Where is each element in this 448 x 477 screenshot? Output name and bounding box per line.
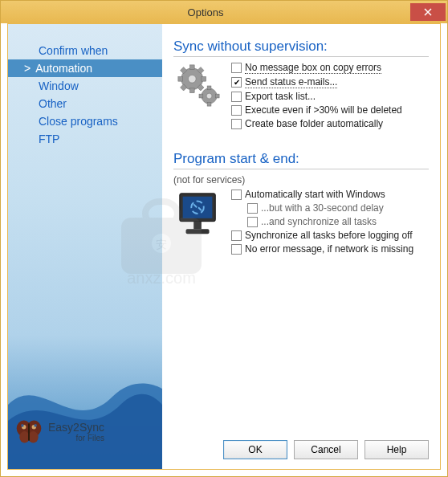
- sync-options: No message box on copy errors Send statu…: [231, 62, 429, 132]
- checkbox-sync-before-logoff[interactable]: Synchronize all tasks before logging off: [231, 230, 429, 241]
- section-title-sync: Sync without supervision:: [173, 39, 429, 57]
- sidebar-footer: Easy2Sync for Files: [14, 418, 104, 446]
- logo-main: Easy2Sync: [48, 421, 104, 434]
- sidebar: Confirm when Automation Window Other Clo…: [8, 24, 162, 469]
- button-row: OK Cancel Help: [223, 440, 429, 459]
- titlebar: Options: [1, 1, 447, 23]
- logo-sub: for Files: [48, 434, 104, 442]
- checkbox-30s-delay[interactable]: ...but with a 30-second delay: [247, 202, 429, 214]
- help-button[interactable]: Help: [365, 440, 429, 459]
- close-button[interactable]: [410, 3, 446, 21]
- svg-rect-8: [28, 423, 30, 441]
- svg-rect-23: [199, 94, 203, 98]
- svg-rect-13: [178, 76, 183, 81]
- svg-point-2: [19, 431, 30, 442]
- logo-text: Easy2Sync for Files: [48, 422, 104, 442]
- svg-point-3: [28, 431, 39, 442]
- content-frame: Confirm when Automation Window Other Clo…: [7, 23, 441, 470]
- ok-button[interactable]: OK: [223, 440, 287, 459]
- svg-rect-22: [207, 102, 211, 106]
- svg-rect-12: [189, 88, 194, 93]
- checkbox-autostart-windows[interactable]: Automatically start with Windows: [231, 189, 429, 200]
- gears-icon: [173, 62, 223, 112]
- section-subtitle-startend: (not for services): [173, 174, 429, 186]
- section-startend: Automatically start with Windows ...but …: [173, 189, 429, 257]
- monitor-icon: [173, 189, 223, 238]
- svg-point-10: [188, 75, 196, 83]
- sidebar-list: Confirm when Automation Window Other Clo…: [8, 24, 162, 148]
- butterfly-icon: [14, 418, 43, 446]
- svg-point-20: [206, 93, 212, 99]
- checkbox-execute-even-if[interactable]: Execute even if >30% will be deleted: [231, 104, 429, 116]
- section-sync: No message box on copy errors Send statu…: [173, 62, 429, 132]
- svg-rect-29: [186, 229, 210, 234]
- startend-options: Automatically start with Windows ...but …: [231, 189, 429, 257]
- main-content: Sync without supervision:: [162, 24, 440, 469]
- checkbox-no-error-network[interactable]: No error message, if network is missing: [231, 243, 429, 255]
- sidebar-item-ftp[interactable]: FTP: [8, 130, 162, 148]
- svg-rect-11: [189, 65, 194, 70]
- checkbox-no-message-box[interactable]: No message box on copy errors: [231, 62, 429, 74]
- svg-rect-26: [183, 197, 213, 218]
- svg-point-7: [34, 424, 37, 427]
- checkbox-export-task-list[interactable]: Export task list...: [231, 91, 429, 102]
- close-icon: [424, 8, 432, 16]
- sidebar-item-window[interactable]: Window: [8, 77, 162, 95]
- cancel-button[interactable]: Cancel: [294, 440, 358, 459]
- svg-rect-14: [202, 76, 206, 81]
- window-title: Options: [1, 6, 410, 18]
- checkbox-create-base-folder[interactable]: Create base folder automatically: [231, 118, 429, 129]
- options-window: Options Confirm when Automation Window O…: [0, 0, 448, 477]
- svg-rect-28: [193, 222, 202, 230]
- sidebar-item-other[interactable]: Other: [8, 95, 162, 112]
- svg-rect-21: [207, 86, 211, 90]
- checkbox-send-status-emails[interactable]: Send status e-mails...: [231, 76, 429, 88]
- checkbox-sync-all-tasks[interactable]: ...and synchronize all tasks: [247, 216, 429, 227]
- section-title-startend: Program start & end:: [173, 151, 429, 169]
- sidebar-item-close-programs[interactable]: Close programs: [8, 112, 162, 130]
- sidebar-item-confirm-when[interactable]: Confirm when: [8, 42, 162, 59]
- svg-rect-24: [215, 94, 219, 98]
- sidebar-item-automation[interactable]: Automation: [8, 59, 162, 77]
- wave-decoration: [8, 324, 162, 469]
- svg-point-6: [21, 424, 24, 427]
